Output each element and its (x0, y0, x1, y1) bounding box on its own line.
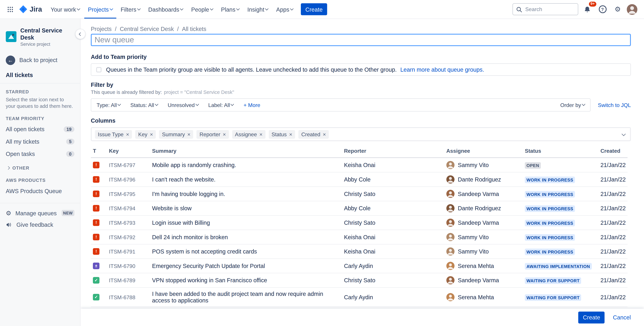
column-chip-reporter[interactable]: Reporter× (197, 130, 229, 138)
ticket-row[interactable]: ± ITSM-6790 Emergency Security Patch Upd… (91, 259, 628, 273)
breadcrumb-project[interactable]: Central Service Desk (120, 26, 174, 32)
ticket-key[interactable]: ITSM-6796 (109, 177, 135, 183)
nav-item-apps[interactable]: Apps (272, 0, 297, 19)
assignee-avatar (446, 219, 454, 227)
column-chip-status[interactable]: Status× (268, 130, 295, 138)
assignee-avatar (446, 262, 454, 270)
app-switcher-icon[interactable] (4, 3, 16, 15)
sidebar-section-other[interactable]: OTHER (0, 160, 80, 172)
order-by-dropdown[interactable]: Order by (560, 102, 585, 108)
issue-type-icon: ! (93, 219, 100, 226)
column-header-reporter: Reporter (344, 146, 446, 158)
search-input[interactable] (524, 6, 574, 13)
filter-status-dropdown[interactable]: Status: All (130, 102, 158, 108)
ticket-key[interactable]: ITSM-6791 (109, 249, 135, 255)
ticket-row[interactable]: ! ITSM-6791 POS system is not accepting … (91, 244, 628, 259)
ticket-assignee-name: Sammy Vito (458, 162, 489, 168)
nav-item-insight[interactable]: Insight (244, 0, 272, 19)
sidebar-item-all-tickets[interactable]: All tickets (0, 67, 80, 83)
ticket-row[interactable]: ! ITSM-6796 I can't reach the website. A… (91, 172, 628, 187)
ticket-summary: Website is slow (152, 205, 192, 211)
remove-icon[interactable]: × (323, 131, 326, 137)
nav-item-filters[interactable]: Filters (117, 0, 144, 19)
breadcrumb-all-tickets[interactable]: All tickets (182, 26, 206, 32)
ticket-row[interactable]: ✓ ITSM-6788 I have been added to the aud… (91, 287, 628, 307)
remove-icon[interactable]: × (223, 131, 226, 137)
ticket-assignee-name: Dante Rodriguez (458, 205, 501, 211)
give-feedback[interactable]: Give feedback (0, 219, 80, 231)
ticket-created: 21/Jan/22 (600, 294, 626, 300)
remove-icon[interactable]: × (150, 131, 153, 137)
filter-label-dropdown[interactable]: Label: All (208, 102, 234, 108)
queue-groups-link[interactable]: Learn more about queue groups. (400, 66, 484, 73)
team-priority-panel: Queues in the Team priority group are vi… (91, 63, 631, 76)
ticket-row[interactable]: ! ITSM-6795 I'm having trouble logging i… (91, 187, 628, 201)
assignee-avatar (446, 161, 454, 169)
ticket-created: 21/Jan/22 (600, 248, 626, 255)
global-create-button[interactable]: Create (301, 3, 327, 15)
sidebar-item-all-my-tickets[interactable]: All my tickets 5 (0, 135, 80, 148)
ticket-key[interactable]: ITSM-6797 (109, 162, 135, 168)
columns-expand-button[interactable] (621, 130, 627, 138)
ticket-row[interactable]: ! ITSM-6797 Mobile app is randomly crash… (91, 158, 628, 172)
ticket-summary: I'm having trouble logging in. (152, 191, 225, 197)
ticket-row[interactable]: ! ITSM-6794 Website is slow Abby Cole Da… (91, 201, 628, 216)
jira-logo[interactable]: Jira (17, 5, 46, 14)
queue-name-input[interactable] (91, 34, 631, 46)
user-avatar[interactable] (627, 4, 638, 15)
nav-item-people[interactable]: People (188, 0, 216, 19)
column-chip-created[interactable]: Created× (298, 130, 329, 138)
switch-to-jql-link[interactable]: Switch to JQL (598, 102, 631, 108)
ticket-key[interactable]: ITSM-6794 (109, 205, 135, 212)
ticket-reporter: Christy Sato (344, 219, 376, 226)
ticket-row[interactable]: ! ITSM-6793 Login issue with Billing Chr… (91, 216, 628, 230)
ticket-created: 21/Jan/22 (600, 191, 626, 197)
ticket-key[interactable]: ITSM-6793 (109, 220, 135, 226)
ticket-key[interactable]: ITSM-6795 (109, 191, 135, 197)
ticket-row[interactable]: ✓ ITSM-6789 VPN stopped working in San F… (91, 273, 628, 287)
notifications-button[interactable]: 9+ (581, 3, 594, 15)
ticket-row[interactable]: ✓ (91, 307, 628, 309)
sidebar-item-aws-products-queue[interactable]: AWS Products Queue (0, 185, 80, 197)
columns-select[interactable]: Issue Type× Key× Summary× Reporter× Assi… (91, 127, 631, 141)
filter-type-dropdown[interactable]: Type: All (96, 102, 120, 108)
ticket-assignee-name: Sammy Vito (458, 234, 489, 240)
sidebar-item-all-open-tickets[interactable]: All open tickets 19 (0, 123, 80, 135)
nav-item-plans[interactable]: Plans (217, 0, 243, 19)
create-queue-button[interactable]: Create (578, 311, 605, 323)
ticket-row[interactable]: ! ITSM-6792 Dell 24 inch monitor is brok… (91, 230, 628, 244)
ticket-key[interactable]: ITSM-6789 (109, 277, 135, 284)
ticket-key[interactable]: ITSM-6788 (109, 294, 135, 300)
assignee-avatar (446, 190, 454, 198)
sidebar-collapse-button[interactable] (75, 29, 86, 39)
column-chip-issue-type[interactable]: Issue Type× (95, 130, 132, 138)
filter-resolution-dropdown[interactable]: Unresolved (168, 102, 198, 108)
nav-item-your-work[interactable]: Your work (47, 0, 84, 19)
team-priority-checkbox[interactable] (96, 67, 102, 72)
column-chip-assignee[interactable]: Assignee× (232, 130, 265, 138)
more-filters-button[interactable]: + More (244, 102, 260, 108)
remove-icon[interactable]: × (259, 131, 262, 137)
cancel-button[interactable]: Cancel (613, 314, 631, 321)
assignee-avatar (446, 175, 454, 184)
ticket-key[interactable]: ITSM-6790 (109, 263, 135, 269)
nav-item-dashboards[interactable]: Dashboards (144, 0, 187, 19)
project-avatar (6, 31, 17, 43)
nav-item-projects[interactable]: Projects (84, 0, 116, 19)
remove-icon[interactable]: × (126, 131, 129, 137)
remove-icon[interactable]: × (187, 131, 190, 137)
sidebar-item-open-tasks[interactable]: Open tasks 0 (0, 148, 80, 160)
help-button[interactable]: ? (596, 3, 608, 15)
ticket-created: 21/Jan/22 (600, 263, 626, 269)
main-scroll-area: Projects/ Central Service Desk/ All tick… (81, 19, 644, 309)
help-icon: ? (599, 5, 606, 13)
remove-icon[interactable]: × (289, 131, 292, 137)
column-chip-key[interactable]: Key× (136, 130, 156, 138)
ticket-key[interactable]: ITSM-6792 (109, 234, 135, 240)
breadcrumb-projects[interactable]: Projects (91, 26, 112, 32)
column-chip-summary[interactable]: Summary× (159, 130, 193, 138)
ticket-assignee-name: Dante Rodriguez (458, 176, 501, 183)
settings-button[interactable]: ⚙ (612, 3, 624, 15)
manage-queues[interactable]: ⚙ Manage queues NEW (0, 207, 80, 219)
back-to-project[interactable]: ← Back to project (0, 53, 80, 67)
